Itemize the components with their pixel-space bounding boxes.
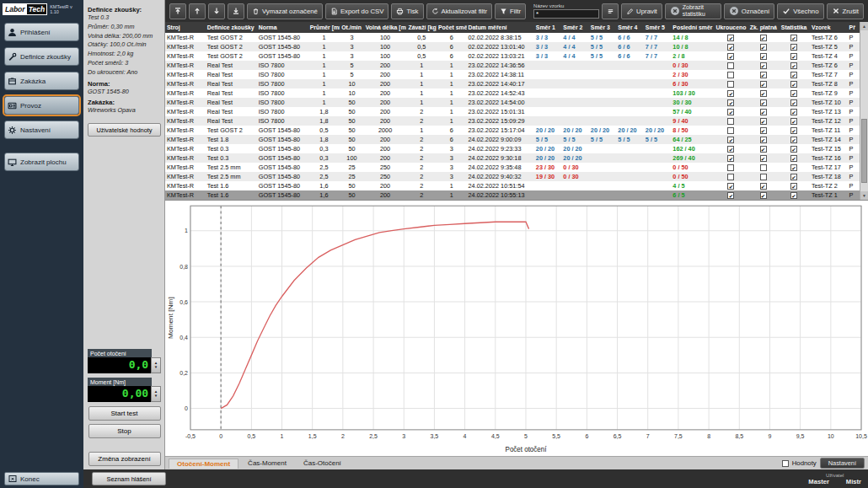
row-checkbox[interactable]: ✔: [760, 99, 767, 106]
cell[interactable]: 1: [308, 42, 340, 51]
table-row[interactable]: KMTest-RTest 1.6GOST 1545-801,6502002124…: [165, 190, 860, 200]
cell[interactable]: KMTest-R: [165, 116, 206, 126]
cell[interactable]: 269 / 40: [671, 153, 714, 163]
cell[interactable]: [589, 70, 617, 79]
cell[interactable]: 4 / 4: [561, 51, 589, 61]
values-checkbox[interactable]: [782, 460, 789, 467]
cell[interactable]: [589, 79, 617, 88]
cell[interactable]: 6: [437, 33, 467, 42]
cell[interactable]: [589, 153, 617, 163]
cell[interactable]: Real Test: [206, 70, 257, 79]
cell[interactable]: [616, 153, 644, 163]
cell[interactable]: 10: [340, 79, 363, 88]
row-checkbox[interactable]: ✔: [760, 53, 767, 60]
cell[interactable]: [644, 98, 672, 107]
cell[interactable]: 200: [364, 144, 407, 153]
cell[interactable]: Test 1.8: [206, 135, 257, 144]
cell[interactable]: 23.02.2022 14:36:56: [467, 61, 534, 70]
cell[interactable]: 23.02.2022 14:52:43: [467, 88, 534, 98]
row-checkbox[interactable]: ✔: [727, 137, 734, 143]
cell[interactable]: 3: [340, 33, 363, 42]
sidebar-item-nastaveni[interactable]: Nastavení: [4, 121, 79, 139]
cell[interactable]: Test-TZ 6: [810, 61, 848, 70]
cell[interactable]: 1: [406, 98, 437, 107]
cell[interactable]: Test-TZ 6: [810, 33, 848, 42]
cell[interactable]: 2: [406, 181, 437, 190]
scroll-down-button[interactable]: [208, 3, 225, 19]
cell[interactable]: 30 / 30: [671, 98, 714, 107]
cell[interactable]: 1: [308, 70, 340, 79]
cell[interactable]: Test GOST 2: [206, 33, 257, 42]
cell[interactable]: 5 / 5: [589, 135, 617, 144]
table-row[interactable]: KMTest-RTest 2.5 mmGOST 1545-802,5252502…: [165, 163, 860, 172]
select-all-button[interactable]: Všechno: [777, 3, 823, 19]
column-header[interactable]: Průměr [mm]: [308, 22, 340, 33]
start-test-button[interactable]: Start test: [88, 406, 161, 421]
row-checkbox[interactable]: ✔: [790, 35, 797, 41]
cell[interactable]: 200: [364, 88, 407, 98]
cell[interactable]: 0,5: [406, 42, 437, 51]
row-checkbox[interactable]: [760, 164, 767, 171]
chart-settings-button[interactable]: Nastavení: [820, 458, 865, 469]
column-header[interactable]: Př: [848, 22, 860, 33]
cell[interactable]: 200: [364, 70, 407, 79]
cell[interactable]: Test 1.6: [206, 181, 257, 190]
scroll-last-button[interactable]: [228, 3, 244, 19]
cell[interactable]: ISO 7800: [257, 98, 308, 107]
cell[interactable]: P: [848, 107, 860, 116]
cell[interactable]: 2: [406, 144, 437, 153]
tab-cas-moment[interactable]: Čas-Moment: [240, 459, 294, 468]
column-header[interactable]: Směr 1: [534, 22, 562, 33]
cell[interactable]: Test-TZ 14: [810, 135, 848, 144]
cell[interactable]: 5 / 5: [644, 135, 672, 144]
row-checkbox[interactable]: ✔: [790, 53, 797, 60]
row-checkbox[interactable]: ✔: [790, 146, 797, 153]
tab-otoceni-moment[interactable]: Otočení-Moment: [169, 459, 238, 469]
cell[interactable]: 2: [406, 116, 437, 126]
cell[interactable]: 50: [340, 126, 363, 135]
table-row[interactable]: KMTest-RTest 0.3GOST 1545-800,3502002324…: [165, 144, 860, 153]
cell[interactable]: 100: [364, 42, 407, 51]
cell[interactable]: 23.02.2022 15:01:31: [467, 107, 534, 116]
table-row[interactable]: KMTest-RReal TestISO 78001102001123.02.2…: [165, 88, 860, 98]
cell[interactable]: [616, 79, 644, 88]
cell[interactable]: 7 / 7: [644, 33, 672, 42]
filter-button[interactable]: Filtr: [495, 3, 526, 19]
cell[interactable]: 20 / 20: [534, 153, 562, 163]
cell[interactable]: Test-TZ 10: [810, 98, 848, 107]
cell[interactable]: P: [848, 61, 860, 70]
row-checkbox[interactable]: ✔: [790, 127, 797, 134]
row-checkbox[interactable]: ✔: [790, 183, 797, 190]
cell[interactable]: 100: [340, 153, 363, 163]
cell[interactable]: [561, 88, 589, 98]
table-row[interactable]: KMTest-RReal TestISO 78001,8502002123.02…: [165, 107, 860, 116]
cell[interactable]: 162 / 40: [671, 144, 714, 153]
cell[interactable]: KMTest-R: [165, 181, 206, 190]
cell[interactable]: Test 2.5 mm: [206, 163, 257, 172]
cell[interactable]: 1: [406, 70, 437, 79]
row-checkbox[interactable]: ✔: [760, 62, 767, 69]
cell[interactable]: 5 / 5: [589, 42, 617, 51]
cell[interactable]: [644, 190, 672, 200]
cell[interactable]: [616, 88, 644, 98]
cell[interactable]: 250: [364, 163, 407, 172]
cell[interactable]: Test-TZ 15: [810, 144, 848, 153]
cell[interactable]: 6: [437, 51, 467, 61]
exit-button[interactable]: Konec: [4, 472, 79, 485]
cell[interactable]: P: [848, 98, 860, 107]
scroll-up-button[interactable]: [189, 3, 206, 19]
column-header[interactable]: Počet směrů: [437, 22, 467, 33]
cell[interactable]: Real Test: [206, 98, 257, 107]
cell[interactable]: Test-TZ 18: [810, 172, 848, 181]
cell[interactable]: [534, 98, 562, 107]
row-checkbox[interactable]: ✔: [760, 109, 767, 115]
tab-cas-otoceni[interactable]: Čas-Otočení: [296, 459, 349, 468]
refresh-filter-button[interactable]: Aktualizovat filtr: [426, 3, 493, 19]
cell[interactable]: KMTest-R: [165, 98, 206, 107]
moment-stepper[interactable]: ▲▼: [151, 386, 161, 402]
cell[interactable]: [644, 172, 672, 181]
cell[interactable]: 0,3: [308, 144, 340, 153]
cell[interactable]: 2000: [364, 126, 407, 135]
cell[interactable]: [534, 79, 562, 88]
cell[interactable]: ISO 7800: [257, 116, 308, 126]
